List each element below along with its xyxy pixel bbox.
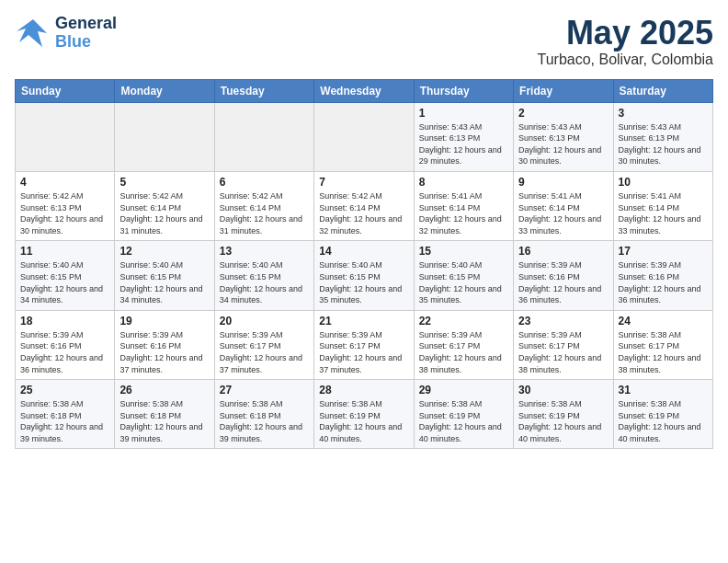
calendar-cell: 26Sunrise: 5:38 AM Sunset: 6:18 PM Dayli… [115, 380, 214, 449]
calendar-cell: 24Sunrise: 5:38 AM Sunset: 6:17 PM Dayli… [613, 310, 712, 379]
calendar-cell: 2Sunrise: 5:43 AM Sunset: 6:13 PM Daylig… [514, 102, 613, 171]
day-number: 11 [20, 245, 109, 258]
day-info: Sunrise: 5:39 AM Sunset: 6:16 PM Dayligh… [20, 329, 109, 375]
logo: General Blue [15, 15, 117, 52]
day-number: 29 [419, 384, 508, 396]
calendar-cell: 3Sunrise: 5:43 AM Sunset: 6:13 PM Daylig… [613, 102, 712, 171]
calendar-week-4: 18Sunrise: 5:39 AM Sunset: 6:16 PM Dayli… [16, 310, 713, 379]
day-number: 31 [619, 384, 708, 396]
calendar-week-2: 4Sunrise: 5:42 AM Sunset: 6:13 PM Daylig… [16, 171, 713, 240]
calendar-cell: 17Sunrise: 5:39 AM Sunset: 6:16 PM Dayli… [613, 241, 712, 310]
day-header-wednesday: Wednesday [314, 79, 414, 102]
day-header-thursday: Thursday [414, 79, 513, 102]
day-number: 12 [119, 245, 209, 258]
day-info: Sunrise: 5:38 AM Sunset: 6:18 PM Dayligh… [119, 398, 209, 444]
calendar-cell: 4Sunrise: 5:42 AM Sunset: 6:13 PM Daylig… [16, 171, 115, 240]
calendar-cell: 11Sunrise: 5:40 AM Sunset: 6:15 PM Dayli… [16, 241, 115, 310]
day-number: 8 [419, 176, 508, 189]
day-info: Sunrise: 5:43 AM Sunset: 6:13 PM Dayligh… [518, 121, 608, 167]
day-info: Sunrise: 5:39 AM Sunset: 6:16 PM Dayligh… [518, 259, 608, 305]
title-block: May 2025 Turbaco, Bolivar, Colombia [538, 15, 714, 68]
logo-blue: Blue [55, 33, 117, 52]
day-number: 20 [220, 315, 309, 327]
day-number: 24 [619, 315, 708, 327]
day-number: 18 [20, 315, 109, 327]
page-subtitle: Turbaco, Bolivar, Colombia [538, 52, 714, 68]
day-info: Sunrise: 5:38 AM Sunset: 6:19 PM Dayligh… [419, 398, 508, 444]
svg-marker-0 [17, 19, 47, 47]
day-header-tuesday: Tuesday [214, 79, 313, 102]
day-info: Sunrise: 5:39 AM Sunset: 6:17 PM Dayligh… [220, 329, 309, 375]
day-info: Sunrise: 5:38 AM Sunset: 6:19 PM Dayligh… [619, 398, 708, 444]
calendar-week-5: 25Sunrise: 5:38 AM Sunset: 6:18 PM Dayli… [16, 380, 713, 449]
logo-general: General [55, 15, 117, 33]
calendar-cell: 1Sunrise: 5:43 AM Sunset: 6:13 PM Daylig… [414, 102, 513, 171]
day-number: 16 [518, 245, 608, 258]
day-info: Sunrise: 5:39 AM Sunset: 6:17 PM Dayligh… [518, 329, 608, 375]
calendar-cell: 15Sunrise: 5:40 AM Sunset: 6:15 PM Dayli… [414, 241, 513, 310]
calendar-cell: 9Sunrise: 5:41 AM Sunset: 6:14 PM Daylig… [514, 171, 613, 240]
day-number: 19 [119, 315, 209, 327]
header-row: SundayMondayTuesdayWednesdayThursdayFrid… [16, 79, 713, 102]
calendar-week-1: 1Sunrise: 5:43 AM Sunset: 6:13 PM Daylig… [16, 102, 713, 171]
day-number: 28 [319, 384, 408, 396]
calendar-header: SundayMondayTuesdayWednesdayThursdayFrid… [16, 79, 713, 102]
day-number: 21 [319, 315, 408, 327]
day-info: Sunrise: 5:39 AM Sunset: 6:17 PM Dayligh… [419, 329, 508, 375]
day-info: Sunrise: 5:39 AM Sunset: 6:16 PM Dayligh… [619, 259, 708, 305]
day-info: Sunrise: 5:40 AM Sunset: 6:15 PM Dayligh… [419, 259, 508, 305]
calendar-cell: 14Sunrise: 5:40 AM Sunset: 6:15 PM Dayli… [314, 241, 414, 310]
day-number: 6 [220, 176, 309, 189]
day-info: Sunrise: 5:40 AM Sunset: 6:15 PM Dayligh… [20, 259, 109, 305]
day-number: 23 [518, 315, 608, 327]
day-info: Sunrise: 5:42 AM Sunset: 6:14 PM Dayligh… [119, 190, 209, 236]
day-info: Sunrise: 5:42 AM Sunset: 6:13 PM Dayligh… [20, 190, 109, 236]
calendar-cell: 25Sunrise: 5:38 AM Sunset: 6:18 PM Dayli… [16, 380, 115, 449]
day-header-sunday: Sunday [16, 79, 115, 102]
calendar-cell: 23Sunrise: 5:39 AM Sunset: 6:17 PM Dayli… [514, 310, 613, 379]
day-info: Sunrise: 5:38 AM Sunset: 6:19 PM Dayligh… [319, 398, 408, 444]
calendar-cell: 7Sunrise: 5:42 AM Sunset: 6:14 PM Daylig… [314, 171, 414, 240]
day-info: Sunrise: 5:38 AM Sunset: 6:17 PM Dayligh… [619, 329, 708, 375]
calendar-cell: 20Sunrise: 5:39 AM Sunset: 6:17 PM Dayli… [214, 310, 313, 379]
calendar-cell [314, 102, 414, 171]
day-info: Sunrise: 5:39 AM Sunset: 6:17 PM Dayligh… [319, 329, 408, 375]
calendar-cell: 6Sunrise: 5:42 AM Sunset: 6:14 PM Daylig… [214, 171, 313, 240]
page-title: May 2025 [538, 15, 714, 52]
day-number: 27 [220, 384, 309, 396]
day-number: 22 [419, 315, 508, 327]
day-info: Sunrise: 5:40 AM Sunset: 6:15 PM Dayligh… [319, 259, 408, 305]
calendar-table: SundayMondayTuesdayWednesdayThursdayFrid… [15, 79, 713, 450]
calendar-week-3: 11Sunrise: 5:40 AM Sunset: 6:15 PM Dayli… [16, 241, 713, 310]
page-header: General Blue May 2025 Turbaco, Bolivar, … [15, 15, 713, 68]
day-number: 4 [20, 176, 109, 189]
calendar-cell: 30Sunrise: 5:38 AM Sunset: 6:19 PM Dayli… [514, 380, 613, 449]
day-header-saturday: Saturday [613, 79, 712, 102]
day-number: 2 [518, 107, 608, 120]
calendar-body: 1Sunrise: 5:43 AM Sunset: 6:13 PM Daylig… [16, 102, 713, 449]
day-number: 25 [20, 384, 109, 396]
calendar-cell: 31Sunrise: 5:38 AM Sunset: 6:19 PM Dayli… [613, 380, 712, 449]
calendar-cell [214, 102, 313, 171]
calendar-cell [16, 102, 115, 171]
day-info: Sunrise: 5:38 AM Sunset: 6:18 PM Dayligh… [20, 398, 109, 444]
day-info: Sunrise: 5:41 AM Sunset: 6:14 PM Dayligh… [619, 190, 708, 236]
calendar-cell: 18Sunrise: 5:39 AM Sunset: 6:16 PM Dayli… [16, 310, 115, 379]
day-number: 13 [220, 245, 309, 258]
calendar-cell [115, 102, 214, 171]
day-number: 17 [619, 245, 708, 258]
calendar-cell: 5Sunrise: 5:42 AM Sunset: 6:14 PM Daylig… [115, 171, 214, 240]
day-number: 26 [119, 384, 209, 396]
day-info: Sunrise: 5:38 AM Sunset: 6:19 PM Dayligh… [518, 398, 608, 444]
day-info: Sunrise: 5:40 AM Sunset: 6:15 PM Dayligh… [119, 259, 209, 305]
logo-bird-icon [15, 15, 51, 52]
calendar-cell: 29Sunrise: 5:38 AM Sunset: 6:19 PM Dayli… [414, 380, 513, 449]
day-number: 5 [119, 176, 209, 189]
calendar-cell: 22Sunrise: 5:39 AM Sunset: 6:17 PM Dayli… [414, 310, 513, 379]
calendar-cell: 13Sunrise: 5:40 AM Sunset: 6:15 PM Dayli… [214, 241, 313, 310]
logo-text: General Blue [55, 15, 117, 52]
day-header-monday: Monday [115, 79, 214, 102]
day-number: 7 [319, 176, 408, 189]
calendar-cell: 19Sunrise: 5:39 AM Sunset: 6:16 PM Dayli… [115, 310, 214, 379]
day-number: 3 [619, 107, 708, 120]
